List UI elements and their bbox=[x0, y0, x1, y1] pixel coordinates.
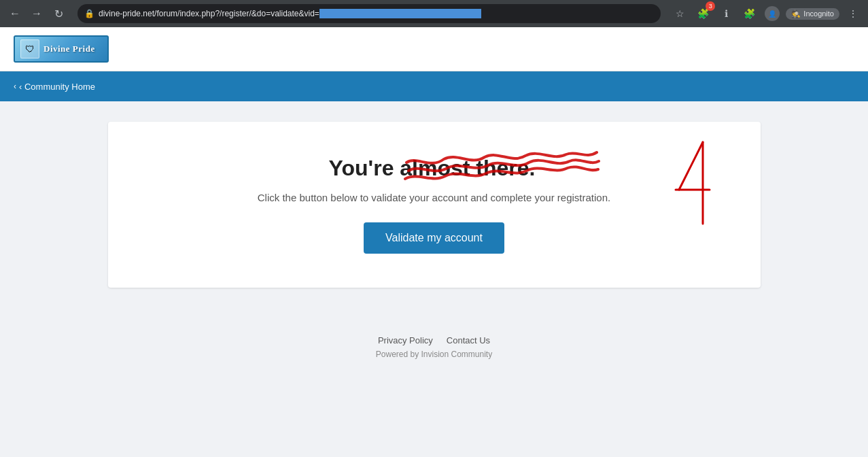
contact-us-link[interactable]: Contact Us bbox=[447, 335, 490, 345]
browser-chrome: ← → ↻ 🔒 divine-pride.net/forum/index.php… bbox=[0, 0, 868, 27]
incognito-badge: 🕵 Incognito bbox=[786, 8, 839, 20]
logo-container[interactable]: 🛡 Divine Pride bbox=[14, 35, 109, 63]
card-title: You're almost there. bbox=[329, 156, 540, 181]
page-wrapper: 🛡 Divine Pride ‹ ‹ Community Home bbox=[0, 27, 868, 457]
validate-account-button[interactable]: Validate my account bbox=[364, 222, 504, 254]
nav-bar: ‹ ‹ Community Home bbox=[0, 71, 868, 101]
forward-button[interactable]: → bbox=[27, 4, 46, 23]
notification-count: 3 bbox=[706, 1, 715, 11]
site-header: 🛡 Divine Pride bbox=[0, 27, 868, 71]
chevron-left-icon: ‹ bbox=[14, 82, 16, 91]
nav-link-label: ‹ Community Home bbox=[19, 82, 95, 92]
footer: Privacy Policy Contact Us Powered by Inv… bbox=[0, 308, 868, 373]
lock-icon: 🔒 bbox=[84, 9, 94, 18]
community-home-link[interactable]: ‹ ‹ Community Home bbox=[14, 82, 95, 92]
annotation-4-svg bbox=[665, 135, 720, 231]
extensions-button[interactable]: 🧩 bbox=[740, 4, 759, 23]
menu-button[interactable]: ⋮ bbox=[844, 4, 863, 23]
logo-box: 🛡 Divine Pride bbox=[14, 35, 109, 63]
url-text: divine-pride.net/forum/index.php?/regist… bbox=[99, 9, 654, 18]
card-subtitle: Click the button below to validate your … bbox=[258, 192, 610, 203]
logo-icon: 🛡 bbox=[20, 39, 39, 58]
card-title-text: You're almost there. bbox=[329, 156, 536, 181]
logo-text: Divine Pride bbox=[44, 44, 95, 54]
main-content: You're almost there. Click the button be… bbox=[0, 101, 868, 308]
back-button[interactable]: ← bbox=[5, 4, 24, 23]
address-bar[interactable]: 🔒 divine-pride.net/forum/index.php?/regi… bbox=[77, 4, 661, 23]
validation-card: You're almost there. Click the button be… bbox=[108, 122, 761, 288]
bookmark-button[interactable]: ☆ bbox=[670, 4, 689, 23]
footer-links: Privacy Policy Contact Us bbox=[378, 335, 490, 345]
extensions-notification[interactable]: 🧩 3 bbox=[693, 4, 712, 23]
privacy-policy-link[interactable]: Privacy Policy bbox=[378, 335, 433, 345]
info-button[interactable]: ℹ bbox=[716, 4, 735, 23]
account-button[interactable]: 👤 bbox=[763, 4, 782, 23]
powered-by-text: Powered by Invision Community bbox=[376, 350, 492, 359]
incognito-icon: 🕵 bbox=[791, 10, 801, 18]
reload-button[interactable]: ↻ bbox=[49, 4, 68, 23]
browser-actions: ☆ 🧩 3 ℹ 🧩 👤 🕵 Incognito ⋮ bbox=[670, 4, 863, 23]
svg-line-1 bbox=[679, 142, 703, 190]
browser-nav-buttons: ← → ↻ bbox=[5, 4, 68, 23]
